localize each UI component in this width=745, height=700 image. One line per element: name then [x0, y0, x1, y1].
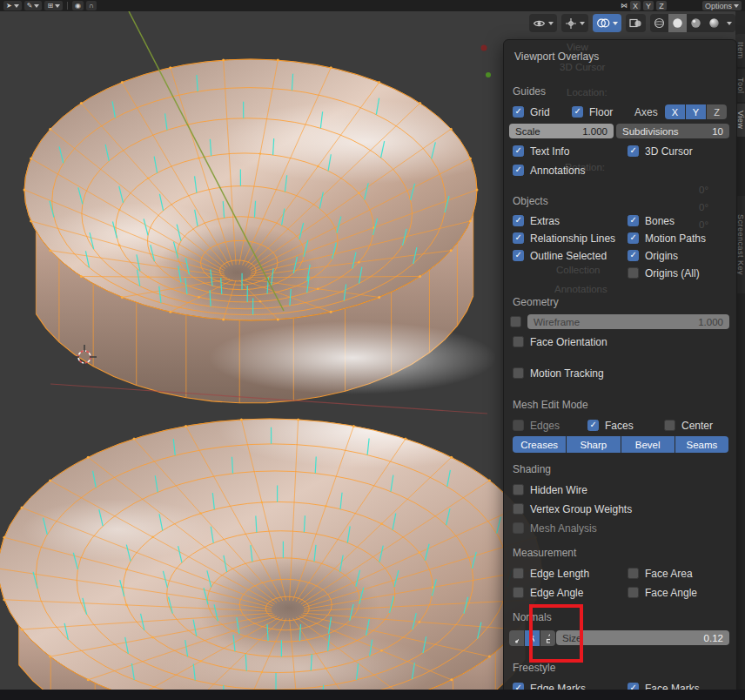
checkbox-icon	[513, 568, 524, 579]
face-angle-toggle[interactable]: Face Angle	[628, 585, 697, 600]
motion-tracking-toggle[interactable]: Motion Tracking	[513, 366, 604, 380]
mesh-analysis-toggle[interactable]: Mesh Analysis	[513, 521, 597, 535]
vertex-normals-toggle[interactable]	[509, 630, 524, 646]
mirror-icon: ⋈	[621, 3, 628, 10]
chevron-down-icon	[613, 22, 618, 25]
face-orientation-row: Face Orientation	[504, 334, 736, 349]
checkbox-icon	[513, 232, 524, 244]
mesh-analysis-row: Mesh Analysis	[504, 521, 736, 535]
faces-label: Faces	[605, 420, 634, 432]
origins-all-label: Origins (All)	[645, 267, 700, 279]
overlays-dropdown[interactable]	[593, 14, 621, 32]
center-toggle[interactable]: Center	[664, 418, 713, 433]
topbar: ➤ ✎ ⊞ ◉ ∩ ⋈ X Y Z Opti	[0, 0, 745, 11]
shading-wireframe-button[interactable]	[650, 14, 668, 32]
solid-sphere-icon	[672, 17, 683, 29]
mirror-x-toggle[interactable]: X	[630, 1, 641, 10]
vertex-group-weights-toggle[interactable]: Vertex Group Weights	[513, 501, 632, 516]
origins-toggle[interactable]: Origins	[628, 248, 678, 263]
shading-dropdown[interactable]	[723, 14, 735, 32]
checkbox-icon	[572, 106, 583, 118]
edge-angle-toggle[interactable]: Edge Angle	[513, 585, 583, 600]
wireframe-toggle[interactable]	[510, 314, 521, 329]
wireframe-slider[interactable]: Wireframe 1.000	[527, 314, 729, 329]
ghost-text: 0°	[699, 185, 708, 195]
vertex-group-weights-label: Vertex Group Weights	[530, 503, 632, 515]
grid-subdivisions-slider[interactable]: Subdivisions 10	[616, 124, 729, 138]
grid-toggle[interactable]: Grid	[513, 104, 550, 119]
edge-length-toggle[interactable]: Edge Length	[513, 566, 589, 581]
creases-button[interactable]: Creases	[513, 436, 566, 453]
shading-solid-button[interactable]	[668, 14, 687, 32]
face-area-toggle[interactable]: Face Area	[628, 566, 693, 581]
hidden-wire-label: Hidden Wire	[530, 484, 587, 496]
extras-label: Extras	[530, 215, 560, 227]
checkbox-icon	[513, 165, 524, 176]
motion-paths-toggle[interactable]: Motion Paths	[628, 231, 706, 246]
grid-scale-slider[interactable]: Scale 1.000	[509, 124, 614, 138]
show-object-types-dropdown[interactable]	[529, 14, 557, 32]
mirror-y-toggle[interactable]: Y	[643, 1, 654, 10]
checkbox-icon	[513, 145, 524, 157]
tweak-select-icon: ➤	[6, 3, 12, 10]
section-header-measurement: Measurement	[513, 547, 576, 559]
outline-selected-toggle[interactable]: Outline Selected	[513, 248, 607, 263]
gizmo-icon	[565, 17, 577, 30]
floor-label: Floor	[589, 106, 613, 118]
checkbox-icon	[628, 587, 639, 598]
chevron-down-icon	[55, 4, 60, 8]
axis-z-toggle[interactable]: Z	[707, 104, 727, 119]
faces-toggle[interactable]: Faces	[587, 418, 634, 433]
edge-display-button-row: Creases Sharp Bevel Seams	[513, 436, 728, 453]
snap-dropdown[interactable]: ⊞	[44, 1, 63, 10]
floor-toggle[interactable]: Floor	[572, 104, 613, 119]
proportional-editing-toggle[interactable]: ◉	[72, 1, 84, 10]
falloff-curve-icon: ∩	[89, 3, 94, 10]
hidden-wire-toggle[interactable]: Hidden Wire	[513, 482, 587, 497]
checkbox-icon	[628, 145, 639, 157]
checkbox-icon	[513, 420, 524, 431]
mesh-analysis-label: Mesh Analysis	[530, 522, 597, 535]
options-dropdown[interactable]: Options	[702, 1, 742, 10]
face-orientation-toggle[interactable]: Face Orientation	[513, 334, 607, 349]
tweak-select-dropdown[interactable]: ➤	[3, 1, 22, 10]
edge-angle-label: Edge Angle	[530, 587, 583, 599]
xray-toggle[interactable]	[626, 14, 646, 32]
edges-toggle[interactable]: Edges	[513, 418, 560, 433]
seams-button[interactable]: Seams	[675, 436, 728, 453]
ghost-text: 0°	[699, 202, 708, 212]
origins-all-toggle[interactable]: Origins (All)	[628, 266, 700, 280]
chevron-down-icon	[580, 22, 585, 25]
sharp-button[interactable]: Sharp	[567, 436, 620, 453]
axis-x-toggle[interactable]: X	[665, 104, 685, 119]
section-header-objects: Objects	[513, 195, 548, 207]
bones-toggle[interactable]: Bones	[628, 213, 675, 228]
section-header-geometry: Geometry	[513, 296, 559, 308]
scale-value: 1.000	[582, 126, 607, 137]
vertex-group-weights-row: Vertex Group Weights	[504, 501, 736, 516]
checkbox-icon	[513, 106, 524, 118]
section-header-shading: Shading	[513, 463, 551, 475]
annotations-toggle[interactable]: Annotations	[513, 163, 585, 178]
section-header-mesh-edit-mode: Mesh Edit Mode	[513, 399, 588, 411]
shading-mode-group	[650, 14, 735, 32]
bevel-button[interactable]: Bevel	[621, 436, 675, 453]
annotation-highlight-box	[529, 604, 583, 663]
axes-toggle-group: X Y Z	[665, 104, 727, 119]
mirror-z-toggle[interactable]: Z	[656, 1, 667, 10]
axis-y-toggle[interactable]: Y	[686, 104, 706, 119]
falloff-dropdown[interactable]: ∩	[86, 1, 97, 10]
gizmos-dropdown[interactable]	[561, 14, 588, 32]
text-info-toggle[interactable]: Text Info	[513, 144, 569, 158]
extras-toggle[interactable]: Extras	[513, 213, 560, 228]
relationship-lines-toggle[interactable]: Relationship Lines	[513, 231, 615, 246]
checkbox-icon	[513, 215, 524, 226]
bones-label: Bones	[645, 215, 675, 227]
3d-cursor-toggle[interactable]: 3D Cursor	[628, 144, 693, 158]
annotate-tool-dropdown[interactable]: ✎	[24, 1, 43, 10]
face-orientation-label: Face Orientation	[530, 336, 607, 348]
checkbox-icon	[513, 587, 524, 598]
hidden-wire-row: Hidden Wire	[504, 482, 736, 497]
shading-material-button[interactable]	[687, 14, 705, 32]
shading-rendered-button[interactable]	[705, 14, 723, 32]
